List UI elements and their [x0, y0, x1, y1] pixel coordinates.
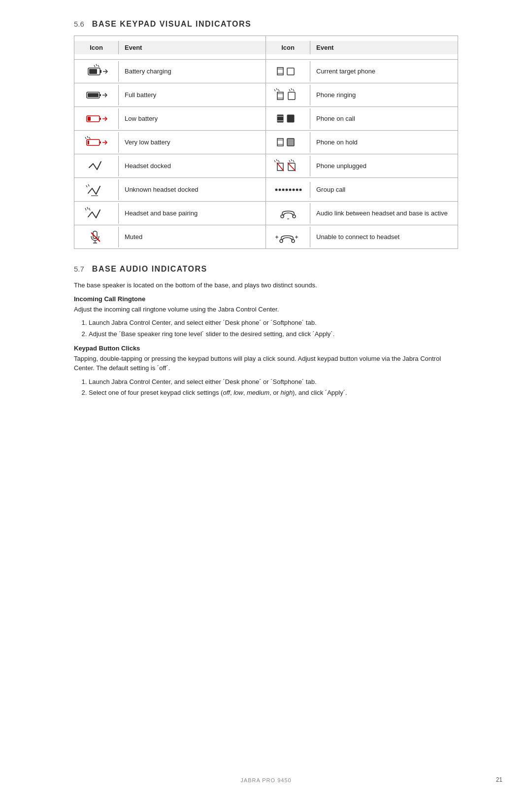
phone-unplugged-icon-cell: [266, 156, 310, 176]
unknown-headset-docked-icon: [84, 182, 109, 197]
svg-rect-8: [100, 94, 101, 96]
unable-connect-icon: [273, 230, 303, 244]
incoming-call-body: Adjust the incoming call ringtone volume…: [74, 305, 458, 314]
svg-line-25: [85, 208, 86, 210]
svg-point-58: [275, 188, 277, 191]
row-phone-unplugged: Phone unplugged: [266, 154, 458, 178]
row-audio-link-active: Audio link between headset and base is a…: [266, 202, 458, 225]
svg-line-51: [278, 160, 279, 162]
unknown-headset-docked-event: Unknown headset docked: [119, 183, 266, 196]
svg-rect-13: [88, 117, 91, 121]
row-very-low-battery: Very low battery: [74, 131, 266, 154]
right-table-half: Icon Event Current target phone: [266, 36, 458, 249]
headset-base-pairing-icon-cell: [74, 203, 119, 224]
full-battery-icon: [84, 88, 109, 103]
very-low-battery-icon-cell: [74, 132, 119, 153]
svg-point-60: [282, 188, 284, 191]
svg-rect-1: [100, 70, 101, 73]
svg-point-72: [292, 240, 295, 243]
left-header-row: Icon Event: [74, 36, 266, 60]
subsection-keypad-clicks: Keypad Button Clicks Tapping, double-tap…: [74, 345, 458, 399]
headset-docked-event: Headset docked: [119, 159, 266, 173]
svg-line-52: [277, 163, 284, 171]
muted-icon-cell: [74, 227, 119, 247]
keypad-clicks-step-1: Launch Jabra Control Center, and select …: [89, 377, 458, 387]
section-56-title: BASE KEYPAD VISUAL INDICATORS: [92, 20, 251, 29]
svg-line-41: [293, 89, 294, 91]
svg-line-57: [288, 163, 296, 171]
phone-on-call-icon-cell: [266, 108, 310, 129]
unknown-headset-docked-icon-cell: [74, 179, 119, 200]
section-57-title: BASE AUDIO INDICATORS: [92, 265, 207, 274]
svg-line-55: [293, 160, 294, 162]
very-low-battery-event: Very low battery: [119, 136, 266, 149]
svg-line-50: [276, 159, 277, 161]
svg-line-5: [98, 65, 99, 67]
section-57-intro: The base speaker is located on the botto…: [74, 280, 458, 290]
svg-line-53: [289, 160, 290, 162]
svg-line-27: [89, 208, 90, 210]
group-call-icon-cell: [266, 182, 310, 198]
current-target-phone-icon: [273, 64, 303, 79]
svg-point-64: [296, 188, 298, 191]
row-phone-on-hold: Phone on hold: [266, 131, 458, 154]
indicators-table: Icon Event: [74, 35, 458, 249]
svg-rect-33: [287, 68, 294, 75]
section-56-header: 5.6 BASE KEYPAD VISUAL INDICATORS: [74, 20, 458, 29]
svg-line-4: [96, 64, 97, 66]
low-battery-event: Low battery: [119, 112, 266, 125]
svg-line-22: [86, 185, 87, 187]
svg-line-26: [87, 207, 88, 209]
low-battery-icon-cell: [74, 108, 119, 129]
section-56-number: 5.6: [74, 20, 84, 28]
svg-rect-45: [287, 115, 294, 122]
svg-line-54: [291, 159, 292, 161]
svg-line-17: [89, 137, 90, 139]
svg-line-16: [87, 136, 88, 138]
very-low-battery-icon: [84, 135, 109, 150]
audio-link-active-icon-cell: [266, 203, 310, 224]
audio-link-active-event: Audio link between headset and base is a…: [310, 207, 458, 220]
svg-point-62: [289, 188, 291, 191]
section-57-container: 5.7 BASE AUDIO INDICATORS The base speak…: [74, 265, 458, 398]
right-header-row: Icon Event: [266, 36, 458, 60]
svg-point-65: [299, 188, 301, 191]
keypad-clicks-step-2: Select one of four preset keypad click s…: [89, 388, 458, 398]
svg-line-35: [276, 88, 277, 90]
row-full-battery: Full battery: [74, 83, 266, 107]
row-phone-on-call: Phone on call: [266, 107, 458, 131]
headset-docked-icon: [84, 159, 109, 173]
headset-docked-icon-cell: [74, 156, 119, 176]
svg-line-15: [85, 137, 86, 139]
svg-line-49: [274, 160, 275, 162]
muted-icon: [84, 230, 109, 244]
phone-on-call-event: Phone on call: [310, 112, 458, 125]
left-table-half: Icon Event: [74, 36, 266, 249]
row-muted: Muted: [74, 225, 266, 249]
subsection-incoming-call: Incoming Call Ringtone Adjust the incomi…: [74, 295, 458, 340]
svg-rect-19: [100, 141, 101, 143]
row-group-call: Group call: [266, 178, 458, 202]
battery-charging-event: Battery charging: [119, 65, 266, 78]
incoming-call-steps: Launch Jabra Control Center, and select …: [74, 318, 458, 340]
headset-base-pairing-event: Headset and base pairing: [119, 207, 266, 220]
keypad-clicks-body: Tapping, double-tapping or pressing the …: [74, 354, 458, 373]
right-event-header: Event: [310, 41, 458, 54]
incoming-call-step-1: Launch Jabra Control Center, and select …: [89, 318, 458, 328]
row-unable-connect: Unable to connect to headset: [266, 225, 458, 249]
incoming-call-step-2: Adjust the ´Base speaker ring tone level…: [89, 329, 458, 340]
low-battery-icon: [84, 111, 109, 126]
phone-unplugged-icon: [273, 159, 303, 173]
phone-on-hold-event: Phone on hold: [310, 136, 458, 149]
svg-point-61: [285, 188, 288, 191]
svg-line-40: [291, 88, 292, 90]
incoming-call-title: Incoming Call Ringtone: [74, 295, 458, 303]
svg-line-36: [278, 89, 279, 91]
headset-base-pairing-icon: [84, 206, 109, 221]
svg-point-63: [292, 188, 295, 191]
full-battery-event: Full battery: [119, 88, 266, 102]
svg-point-66: [281, 215, 284, 218]
phone-on-hold-icon: [273, 135, 303, 150]
section-57-number: 5.7: [74, 265, 84, 273]
phone-ringing-event: Phone ringing: [310, 88, 458, 102]
